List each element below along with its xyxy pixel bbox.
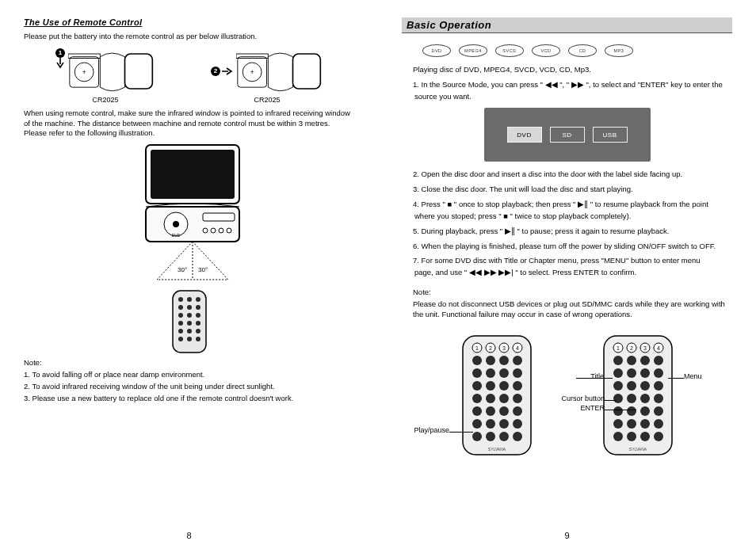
svg-point-57 — [472, 381, 482, 391]
svg-rect-11 — [151, 150, 235, 199]
item4: 4. Press " ■ " once to stop playback; th… — [402, 200, 732, 210]
disc-dvd-icon: DVD — [422, 44, 451, 57]
svg-point-95 — [613, 381, 623, 391]
svg-point-34 — [178, 329, 183, 333]
svg-point-50 — [486, 356, 495, 365]
page-num-left: 8 — [186, 531, 191, 540]
svg-point-107 — [613, 419, 623, 429]
disc-mp3-icon: MP3 — [605, 44, 633, 57]
svg-point-60 — [513, 381, 522, 391]
svg-point-92 — [627, 368, 636, 378]
svg-point-53 — [472, 368, 482, 378]
source-button-dvd[interactable]: DVD — [507, 127, 542, 143]
callout-line — [605, 400, 616, 401]
disc-icon-row: DVD MPEG4 SVCD VCD CD MP3 — [422, 44, 732, 57]
battery-compartment-icon: + — [236, 48, 323, 94]
callout-enter: ENTER — [549, 405, 605, 413]
basic-operation-title: Basic Operation — [402, 17, 732, 33]
svg-point-39 — [196, 337, 200, 341]
svg-point-56 — [513, 368, 522, 378]
dvd-player-illustration: DVD 30° 30° — [24, 143, 354, 355]
svg-point-113 — [640, 432, 650, 441]
step-badge-2: 2 — [211, 67, 220, 76]
note1: 1. To avoid falling off or place near da… — [24, 370, 354, 380]
svg-point-22 — [178, 297, 183, 302]
svg-point-67 — [499, 406, 509, 416]
svg-point-76 — [513, 432, 522, 441]
svg-text:SYLVANA: SYLVANA — [487, 447, 506, 452]
disc-svcd-icon: SVCD — [495, 44, 524, 57]
svg-point-70 — [486, 419, 495, 429]
svg-point-23 — [187, 297, 192, 302]
battery-compartment-icon: + — [68, 48, 155, 94]
svg-rect-15 — [203, 213, 235, 221]
svg-text:SYLVANA: SYLVANA — [628, 447, 647, 452]
source-button-usb[interactable]: USB — [593, 127, 628, 143]
section-title: The Use of Remote Control — [24, 17, 354, 27]
svg-point-88 — [627, 356, 636, 365]
callout-line — [576, 378, 613, 379]
svg-point-109 — [640, 419, 650, 429]
svg-text:3: 3 — [643, 345, 647, 351]
page-right: Basic Operation DVD MPEG4 SVCD VCD CD MP… — [378, 0, 756, 545]
svg-point-25 — [178, 305, 183, 310]
battery-label-a: CR2025 — [92, 96, 118, 104]
svg-point-103 — [613, 406, 623, 416]
svg-point-104 — [627, 406, 636, 416]
disc-cd-icon: CD — [568, 44, 597, 57]
svg-point-51 — [499, 356, 509, 365]
disc-mpeg4-icon: MPEG4 — [459, 44, 487, 57]
para2: When using remote control, make sure the… — [24, 109, 354, 139]
svg-point-97 — [640, 381, 650, 391]
svg-point-63 — [499, 394, 509, 403]
svg-point-69 — [472, 419, 482, 429]
svg-point-16 — [203, 228, 208, 233]
svg-point-61 — [472, 394, 482, 403]
svg-point-68 — [513, 406, 522, 416]
remotes-row: Play/pause 1 2 3 4 SYLVANA Title — [402, 335, 732, 455]
svg-point-55 — [499, 368, 509, 378]
callout-menu: Menu — [684, 373, 724, 381]
svg-point-52 — [513, 356, 522, 365]
svg-point-108 — [627, 419, 636, 429]
item1b: source you want. — [402, 92, 732, 102]
item6: 6. When the playing is finished, please … — [402, 242, 732, 252]
svg-point-36 — [196, 329, 200, 333]
svg-point-62 — [486, 394, 495, 403]
svg-point-114 — [654, 432, 663, 441]
svg-point-38 — [187, 337, 192, 341]
callout-playpause: Play/pause — [399, 427, 449, 435]
svg-point-27 — [196, 305, 200, 310]
item1: 1. In the Source Mode, you can press " ◀… — [402, 80, 732, 90]
svg-point-28 — [178, 313, 183, 318]
svg-point-65 — [472, 406, 482, 416]
note-head: Note: — [24, 358, 354, 368]
svg-point-30 — [196, 313, 200, 318]
callout-line — [449, 432, 473, 433]
svg-point-54 — [486, 368, 495, 378]
remote-left-icon: 1 2 3 4 SYLVANA — [462, 335, 532, 455]
svg-point-110 — [654, 419, 663, 429]
svg-text:+: + — [250, 67, 254, 75]
source-select-panel: DVD SD USB — [484, 108, 651, 162]
play-line: Playing disc of DVD, MPEG4, SVCD, VCD, C… — [402, 65, 732, 75]
battery-illustration-row: 1 + CR2025 2 — [55, 48, 354, 104]
item4b: where you stoped; press " ■ " twice to s… — [402, 212, 732, 222]
source-button-sd[interactable]: SD — [550, 127, 585, 143]
cone-angle-left: 30° — [178, 266, 187, 273]
battery-label-b: CR2025 — [254, 96, 280, 104]
svg-rect-12 — [146, 207, 239, 242]
svg-point-101 — [640, 394, 650, 403]
svg-point-59 — [499, 381, 509, 391]
note-head-r: Note: — [402, 288, 732, 298]
callout-line — [668, 378, 684, 379]
arrow-down-icon — [56, 58, 64, 69]
svg-point-17 — [211, 228, 216, 233]
svg-point-73 — [472, 432, 482, 441]
battery-unit-2: 2 + CR2025 — [211, 48, 323, 104]
item2: 2. Open the disc door and insert a disc … — [402, 170, 732, 180]
svg-point-24 — [196, 297, 200, 302]
note2: 2. To avoid infrared receiving window of… — [24, 382, 354, 392]
page-left: The Use of Remote Control Please put the… — [0, 0, 378, 545]
item5: 5. During playback, press " ▶‖ " to paus… — [402, 227, 732, 237]
